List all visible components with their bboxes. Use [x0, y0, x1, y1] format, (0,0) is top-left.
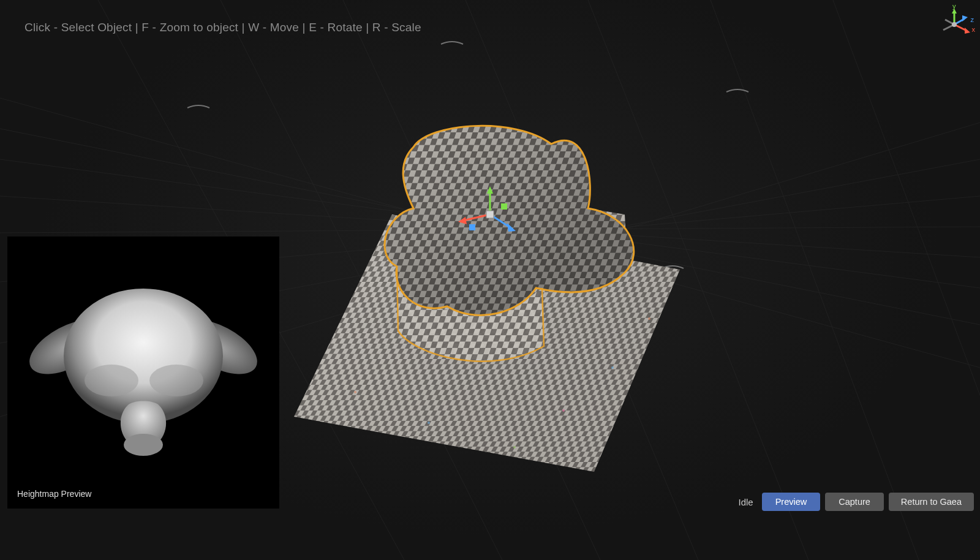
svg-marker-40: [965, 28, 970, 34]
svg-point-51: [149, 365, 203, 396]
axis-label-x: x: [972, 26, 976, 33]
axis-label-z: z: [971, 16, 974, 23]
heightmap-image: [7, 236, 279, 509]
svg-point-50: [85, 365, 138, 396]
svg-line-13: [710, 0, 919, 560]
heightmap-label: Heightmap Preview: [17, 489, 91, 499]
svg-line-10: [343, 0, 600, 560]
svg-point-52: [124, 434, 163, 456]
svg-point-45: [952, 22, 957, 27]
status-text: Idle: [738, 497, 753, 507]
capture-button[interactable]: Capture: [825, 493, 884, 511]
svg-line-12: [588, 0, 809, 560]
axis-gizmo[interactable]: y z x: [935, 4, 974, 43]
viewport-hints: Click - Select Object | F - Zoom to obje…: [24, 21, 421, 34]
heightmap-preview-panel: Heightmap Preview: [7, 236, 279, 509]
preview-button[interactable]: Preview: [762, 493, 821, 511]
svg-line-3: [0, 227, 980, 233]
svg-line-11: [466, 0, 698, 560]
svg-marker-42: [962, 15, 968, 21]
return-to-gaea-button[interactable]: Return to Gaea: [889, 493, 974, 511]
axis-label-y: y: [952, 2, 956, 10]
svg-line-14: [833, 0, 980, 560]
bottom-action-bar: Idle Preview Capture Return to Gaea: [738, 493, 974, 511]
